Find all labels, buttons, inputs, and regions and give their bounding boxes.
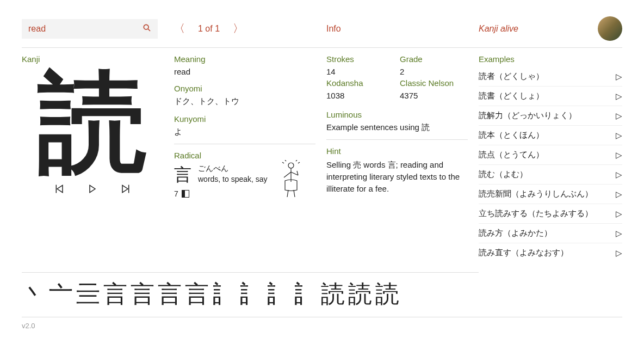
value-onyomi: ドク、トク、トウ <box>174 96 315 107</box>
label-radical: Radical <box>174 151 315 160</box>
play-audio-icon[interactable]: ▷ <box>616 91 622 101</box>
rewind-button[interactable] <box>54 183 65 197</box>
search-icon[interactable] <box>143 23 151 34</box>
label-luminous: Luminous <box>326 110 468 119</box>
next-button[interactable]: 〉 <box>233 21 244 36</box>
svg-marker-5 <box>122 185 128 192</box>
example-text: 読む（よむ） <box>479 169 528 180</box>
col-examples: Examples 読者（どくしゃ）▷ 読書（どくしょ）▷ 読解力（どっかいりょく… <box>479 54 622 262</box>
play-audio-icon[interactable]: ▷ <box>616 170 622 180</box>
stroke-step[interactable]: 言 <box>185 280 209 309</box>
example-text: 読書（どくしょ） <box>479 91 544 101</box>
stroke-step[interactable]: 訁 <box>239 280 263 309</box>
value-grade: 2 <box>400 67 468 76</box>
mnemonic-image <box>278 160 304 198</box>
example-item: 読解力（どっかいりょく）▷ <box>479 106 622 126</box>
radical-english: words, to speak, say <box>198 174 268 185</box>
radical-meta: 7 <box>174 189 191 198</box>
luminous-link[interactable]: Example sentences using 読 <box>326 122 468 133</box>
play-audio-icon[interactable]: ▷ <box>616 189 622 199</box>
label-kodansha: Kodansha <box>326 78 394 88</box>
stroke-play-controls <box>22 183 163 197</box>
stroke-step[interactable]: 読 <box>375 280 399 309</box>
radical-glyph: 言 <box>174 163 191 187</box>
play-audio-icon[interactable]: ▷ <box>616 229 622 238</box>
col-info: Strokes 14 Grade 2 Kodansha 1038 Classic… <box>326 54 479 262</box>
play-audio-icon[interactable]: ▷ <box>616 209 622 219</box>
example-item: 読み方（よみかた）▷ <box>479 224 622 243</box>
example-text: 読み直す（よみなおす） <box>479 248 568 258</box>
example-item: 立ち読みする（たちよみする）▷ <box>479 204 622 224</box>
examples-list: 読者（どくしゃ）▷ 読書（どくしょ）▷ 読解力（どっかいりょく）▷ 読本（とくほ… <box>479 67 622 262</box>
stroke-step[interactable]: 訁 <box>267 280 290 309</box>
stroke-row: 丶 亠 亖 言 言 言 言 訁 訁 訁 訁 読 読 読 <box>22 280 479 309</box>
svg-marker-2 <box>57 185 63 192</box>
example-text: 読本（とくほん） <box>479 130 544 140</box>
avatar[interactable] <box>598 16 622 41</box>
label-hint: Hint <box>326 146 468 156</box>
stroke-step[interactable]: 読 <box>348 280 372 309</box>
label-onyomi: Onyomi <box>174 84 315 93</box>
example-item: 読本（とくほん）▷ <box>479 126 622 145</box>
kanji-glyph: 読 <box>22 69 163 178</box>
example-text: 読解力（どっかいりょく） <box>479 111 577 121</box>
play-audio-icon[interactable]: ▷ <box>616 72 622 82</box>
example-item: 読売新聞（よみうりしんぶん）▷ <box>479 185 622 204</box>
brand-cell: Kanji alive <box>479 16 622 41</box>
example-item: 読者（どくしゃ）▷ <box>479 67 622 87</box>
stroke-step[interactable]: 丶 <box>22 280 46 309</box>
footer: v2.0 <box>22 317 622 330</box>
stroke-step[interactable]: 訁 <box>294 280 318 309</box>
label-kanji: Kanji <box>22 54 163 64</box>
stroke-step[interactable]: 亠 <box>49 280 73 309</box>
label-meaning: Meaning <box>174 54 315 64</box>
stroke-step[interactable]: 言 <box>158 280 182 309</box>
play-button[interactable] <box>87 183 98 197</box>
radical-position-icon <box>182 190 189 198</box>
example-text: 読み方（よみかた） <box>479 228 552 238</box>
value-kunyomi: よ <box>174 127 315 137</box>
play-audio-icon[interactable]: ▷ <box>616 131 622 140</box>
stroke-step[interactable]: 言 <box>131 280 154 309</box>
stroke-step[interactable]: 言 <box>103 280 127 309</box>
example-item: 読み直す（よみなおす）▷ <box>479 243 622 262</box>
play-audio-icon[interactable]: ▷ <box>616 111 622 121</box>
col-kanji: Kanji 読 <box>22 54 174 262</box>
example-text: 立ち読みする（たちよみする） <box>479 208 593 219</box>
forward-button[interactable] <box>120 183 131 197</box>
topbar: 〈 1 of 1 〉 Info Kanji alive <box>22 16 622 48</box>
value-meaning: read <box>174 67 315 76</box>
app-root: 〈 1 of 1 〉 Info Kanji alive Kanji 読 <box>22 16 622 330</box>
example-item: 読む（よむ）▷ <box>479 165 622 185</box>
svg-point-0 <box>144 24 148 29</box>
radical-row: 言 7 ごんべん words, to speak, say <box>174 163 315 198</box>
search-cell <box>22 19 174 39</box>
play-audio-icon[interactable]: ▷ <box>616 248 622 258</box>
version-label: v2.0 <box>22 322 35 330</box>
radical-glyph-block: 言 7 <box>174 163 191 198</box>
prev-button[interactable]: 〈 <box>174 21 185 36</box>
example-text: 読者（どくしゃ） <box>479 71 544 82</box>
stroke-step[interactable]: 読 <box>321 280 345 309</box>
svg-line-1 <box>148 29 150 31</box>
hint-text: Selling 売 words 言; reading and interpret… <box>326 159 468 194</box>
play-audio-icon[interactable]: ▷ <box>616 150 622 160</box>
pager-label: 1 of 1 <box>198 24 220 34</box>
label-examples: Examples <box>479 54 622 64</box>
divider <box>326 139 468 140</box>
radical-hiragana: ごんべん <box>198 163 268 174</box>
info-cell: Info <box>326 24 479 34</box>
radical-info: ごんべん words, to speak, say <box>198 163 268 185</box>
pager: 〈 1 of 1 〉 <box>174 21 326 36</box>
example-text: 読点（とうてん） <box>479 150 544 160</box>
search-box[interactable] <box>22 19 158 39</box>
example-text: 読売新聞（よみうりしんぶん） <box>479 189 593 199</box>
search-input[interactable] <box>28 24 143 34</box>
label-strokes: Strokes <box>326 54 394 64</box>
label-classic-nelson: Classic Nelson <box>400 78 468 88</box>
stroke-step[interactable]: 訁 <box>212 280 236 309</box>
example-item: 読書（どくしょ）▷ <box>479 87 622 106</box>
info-link[interactable]: Info <box>326 24 341 33</box>
label-grade: Grade <box>400 54 468 64</box>
stroke-step[interactable]: 亖 <box>76 280 100 309</box>
